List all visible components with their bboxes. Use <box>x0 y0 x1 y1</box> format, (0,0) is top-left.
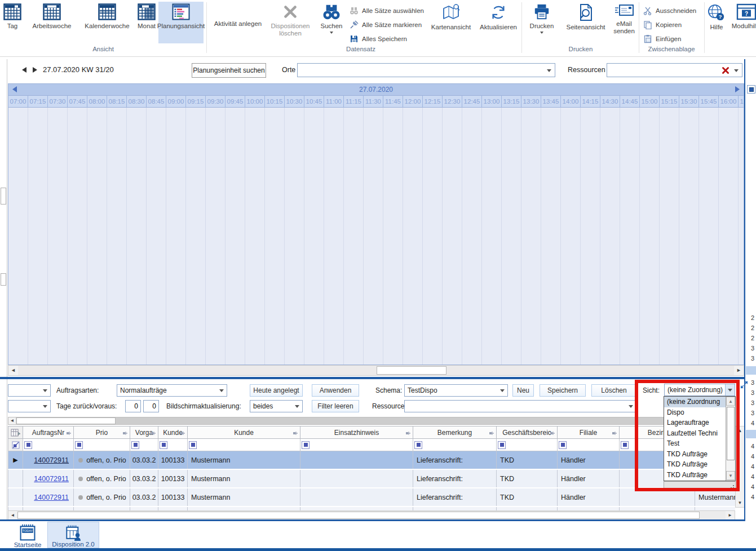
time-slot[interactable]: 07:30 <box>48 96 68 107</box>
suchen-dropdown-caret-icon[interactable] <box>330 32 333 35</box>
grid-horizontal-scrollbar[interactable]: ◄ ► <box>8 510 735 520</box>
ausschneiden-item[interactable]: Ausschneiden <box>643 5 696 17</box>
sicht-option[interactable]: Test <box>664 438 726 449</box>
ressourcen-filter-combobox[interactable] <box>404 400 636 412</box>
time-slot[interactable]: 08:30 <box>127 96 147 107</box>
dropdown-arrow-icon[interactable] <box>547 69 551 74</box>
timeline-canvas[interactable] <box>8 108 744 365</box>
time-slot[interactable]: 14:45 <box>620 96 640 107</box>
time-slot[interactable]: 10:30 <box>285 96 304 107</box>
auftragsnr-link[interactable]: 140072911 <box>34 494 73 501</box>
time-slot[interactable]: 08:45 <box>147 96 166 107</box>
alles-speichern-item[interactable]: Alles Speichern <box>350 33 407 45</box>
pin-icon[interactable] <box>612 430 617 436</box>
time-slot[interactable]: 07:00 <box>8 96 28 107</box>
filter-leeren-button[interactable]: Filter leeren <box>312 400 359 412</box>
dropdown-arrow-icon[interactable] <box>295 405 299 410</box>
filter-icon[interactable] <box>160 441 167 449</box>
time-slot[interactable]: 09:00 <box>166 96 186 107</box>
bildschirmaktualisierung-combobox[interactable]: beides <box>250 400 303 412</box>
planungseinheit-suchen-button[interactable]: Planungseinheit suchen <box>192 63 266 78</box>
dropdown-arrow-icon[interactable] <box>734 69 739 74</box>
pin-icon[interactable] <box>489 430 494 436</box>
sicht-combobox[interactable]: (keine Zuordnung) <box>664 384 735 396</box>
ribbon-tag-button[interactable]: Tag <box>2 2 23 43</box>
schema-combobox[interactable]: TestDispo <box>404 384 508 397</box>
column-header-prio[interactable]: Prio <box>74 426 130 438</box>
time-slot[interactable]: 09:45 <box>226 96 245 107</box>
aktualisieren-button[interactable]: Aktualisieren <box>476 2 520 43</box>
orte-combobox[interactable] <box>297 63 555 77</box>
auftragsnr-link[interactable]: 140072911 <box>34 475 73 483</box>
dropdown-arrow-icon[interactable] <box>500 389 505 394</box>
tab-startseite[interactable]: TODAY Startseite <box>10 522 45 548</box>
filter-icon[interactable] <box>559 441 567 449</box>
scrollbar-thumb[interactable] <box>727 407 735 460</box>
column-header-einsatzhinweis[interactable]: Einsatzhinweis <box>300 426 413 438</box>
time-slot[interactable]: 08:00 <box>87 96 107 107</box>
dispositionen-loeschen-button[interactable]: Dispositionen löschen <box>267 2 313 43</box>
sicht-option[interactable]: TKD Aufträge <box>664 459 726 470</box>
loeschen-button[interactable]: Löschen <box>591 384 636 397</box>
horizontal-splitter[interactable] <box>0 377 745 379</box>
column-header-kunde[interactable]: Kunde <box>188 426 300 438</box>
filter-cell-einsatzhinweis[interactable] <box>300 439 413 451</box>
alle-saetze-auswaehlen-item[interactable]: Alle Sätze auswählen <box>350 5 424 17</box>
time-slot[interactable]: 09:30 <box>206 96 226 107</box>
einfuegen-item[interactable]: Einfügen <box>643 33 681 45</box>
time-slot[interactable]: 11:45 <box>383 96 403 107</box>
time-slot[interactable]: 14:15 <box>581 96 600 107</box>
grid-top-scrollbar[interactable]: ◄ <box>8 417 735 425</box>
filter-icon[interactable] <box>24 441 32 449</box>
filter-combobox-1[interactable] <box>8 384 51 397</box>
drucken-dropdown-caret-icon[interactable] <box>540 32 543 35</box>
alle-saetze-markieren-item[interactable]: Alle Sätze markieren <box>350 19 422 31</box>
grid-corner-cell[interactable] <box>8 426 23 438</box>
time-slot[interactable]: 07:15 <box>28 96 48 107</box>
ribbon-kalenderwoche-button[interactable]: Kalenderwoche <box>80 2 134 43</box>
time-slot[interactable]: 16:00 <box>719 96 739 107</box>
sicht-option[interactable]: Laufzettel Techni <box>664 428 726 439</box>
dropdown-arrow-icon[interactable] <box>629 405 633 410</box>
collapsed-panel-fragment[interactable] <box>1 273 6 286</box>
time-slot[interactable]: 14:30 <box>600 96 620 107</box>
next-date-icon[interactable] <box>32 66 38 73</box>
previous-date-icon[interactable] <box>21 66 27 73</box>
column-header-kunde-nr[interactable]: Kunde <box>158 426 188 438</box>
sicht-option[interactable]: Dispo <box>664 407 726 418</box>
suchen-button[interactable]: Suchen <box>316 2 347 43</box>
filter-cell-auftragsnr[interactable] <box>23 439 74 451</box>
filter-icon[interactable] <box>302 441 310 449</box>
time-slot[interactable]: 13:30 <box>521 96 541 107</box>
auftragsnr-link[interactable]: 140072911 <box>34 456 73 464</box>
time-slot[interactable]: 11:00 <box>324 96 344 107</box>
sicht-option[interactable]: (keine Zuordnung <box>664 397 726 407</box>
grid-vertical-scrollbar[interactable]: ▲ ▼ <box>735 426 745 508</box>
pin-icon[interactable] <box>151 430 156 436</box>
pin-icon[interactable] <box>550 430 555 436</box>
timeline-scroll-left-icon[interactable] <box>12 86 17 92</box>
filter-cell-filiale[interactable] <box>558 439 620 451</box>
speichern-button[interactable]: Speichern <box>540 384 586 397</box>
scrollbar-thumb[interactable] <box>377 366 446 375</box>
filter-cell-kunde-nr[interactable] <box>158 439 188 451</box>
kopieren-item[interactable]: Kopieren <box>643 19 682 31</box>
ressourcen-combobox[interactable] <box>607 63 742 77</box>
tab-disposition[interactable]: Disposition 2.0 <box>47 522 99 548</box>
clear-ressourcen-icon[interactable] <box>722 66 730 74</box>
time-slot[interactable]: 11:15 <box>344 96 364 107</box>
scroll-down-icon[interactable]: ▼ <box>736 499 744 507</box>
sicht-option[interactable]: TKD Aufträge <box>664 449 726 460</box>
time-slot[interactable]: 12:00 <box>403 96 423 107</box>
time-slot[interactable]: 15:15 <box>660 96 679 107</box>
anwenden-button[interactable]: Anwenden <box>312 384 359 397</box>
filter-icon[interactable] <box>621 441 629 449</box>
ribbon-arbeitswoche-button[interactable]: Arbeitswoche <box>25 2 79 43</box>
filter-icon[interactable] <box>498 441 506 449</box>
tage-voraus-input[interactable] <box>143 400 159 412</box>
sicht-option[interactable]: TKD Aufträge <box>664 470 726 481</box>
table-row[interactable]: ▶ 140072911 offen, o. Prio 03.03.2 10013… <box>8 451 735 470</box>
filter-icon[interactable] <box>75 441 83 449</box>
time-slot[interactable]: 10:00 <box>245 96 265 107</box>
time-slot[interactable]: 10:45 <box>304 96 324 107</box>
